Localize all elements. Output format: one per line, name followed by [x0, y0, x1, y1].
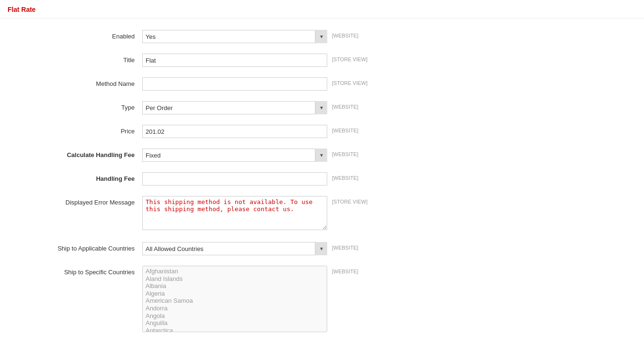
label-type-field: Type — [0, 101, 142, 111]
price-field[interactable] — [142, 125, 327, 138]
displayed-error-message-field[interactable]: This shipping method is not available. T… — [142, 196, 327, 232]
ship-to-applicable-countries-field[interactable]: All Allowed CountriesSpecific Countries — [142, 242, 327, 255]
enabled-field[interactable]: YesNo — [142, 30, 327, 43]
form-row-title-field: Title[STORE VIEW] — [0, 52, 644, 69]
form-row-ship-to-specific-countries-field: Ship to Specific CountriesAfghanistanAla… — [0, 264, 644, 334]
form-row-calculate-handling-fee-field: Calculate Handling FeeFixedPercent[WEBSI… — [0, 147, 644, 164]
form-row-ship-to-applicable-countries-field: Ship to Applicable CountriesAll Allowed … — [0, 240, 644, 257]
form-row-type-field: TypePer OrderPer Item[WEBSITE] — [0, 99, 644, 116]
scope-label-type-field: [WEBSITE] — [327, 101, 359, 110]
form-row-price-field: Price[WEBSITE] — [0, 123, 644, 140]
label-ship-to-specific-countries-field: Ship to Specific Countries — [0, 266, 142, 276]
label-method-name-field: Method Name — [0, 77, 142, 87]
label-handling-fee-field: Handling Fee — [0, 172, 142, 182]
form-row-handling-fee-field: Handling Fee[WEBSITE] — [0, 170, 644, 187]
type-field[interactable]: Per OrderPer Item — [142, 101, 327, 114]
label-enabled-field: Enabled — [0, 30, 142, 40]
type-field-select[interactable]: Per OrderPer Item — [142, 101, 327, 114]
method-name-field[interactable] — [142, 77, 327, 91]
scope-label-method-name-field: [STORE VIEW] — [327, 77, 368, 86]
title-field[interactable] — [142, 54, 327, 67]
scope-label-ship-to-applicable-countries-field: [WEBSITE] — [327, 242, 359, 251]
scope-label-calculate-handling-fee-field: [WEBSITE] — [327, 149, 359, 157]
scope-label-enabled-field: [WEBSITE] — [327, 30, 359, 38]
calculate-handling-fee-field-select[interactable]: FixedPercent — [142, 149, 327, 162]
page-title: Flat Rate — [0, 0, 644, 19]
label-price-field: Price — [0, 125, 142, 135]
form-row-enabled-field: EnabledYesNo[WEBSITE] — [0, 28, 644, 45]
scope-label-ship-to-specific-countries-field: [WEBSITE] — [327, 266, 359, 274]
label-ship-to-applicable-countries-field: Ship to Applicable Countries — [0, 242, 142, 252]
scope-label-price-field: [WEBSITE] — [327, 125, 359, 133]
scope-label-title-field: [STORE VIEW] — [327, 54, 368, 62]
label-title-field: Title — [0, 54, 142, 64]
label-calculate-handling-fee-field: Calculate Handling Fee — [0, 149, 142, 158]
form-row-method-name-field: Method Name[STORE VIEW] — [0, 75, 644, 93]
method-name-field-input[interactable] — [142, 77, 327, 91]
form-container: EnabledYesNo[WEBSITE]Title[STORE VIEW]Me… — [0, 19, 644, 350]
enabled-field-select[interactable]: YesNo — [142, 30, 327, 43]
handling-fee-field-input[interactable] — [142, 172, 327, 186]
handling-fee-field[interactable] — [142, 172, 327, 186]
price-field-input[interactable] — [142, 125, 327, 138]
form-row-displayed-error-message-field: Displayed Error MessageThis shipping met… — [0, 194, 644, 233]
calculate-handling-fee-field[interactable]: FixedPercent — [142, 149, 327, 162]
scope-label-handling-fee-field: [WEBSITE] — [327, 172, 359, 181]
displayed-error-message-field-textarea[interactable]: This shipping method is not available. T… — [142, 196, 327, 230]
title-field-input[interactable] — [142, 54, 327, 67]
label-displayed-error-message-field: Displayed Error Message — [0, 196, 142, 206]
ship-to-specific-countries-field-select[interactable]: AfghanistanAland IslandsAlbaniaAlgeriaAm… — [142, 266, 327, 332]
ship-to-specific-countries-field[interactable]: AfghanistanAland IslandsAlbaniaAlgeriaAm… — [142, 266, 327, 332]
ship-to-specific-countries-field-wrapper: AfghanistanAland IslandsAlbaniaAlgeriaAm… — [142, 266, 327, 332]
scope-label-displayed-error-message-field: [STORE VIEW] — [327, 196, 368, 205]
ship-to-applicable-countries-field-select[interactable]: All Allowed CountriesSpecific Countries — [142, 242, 327, 255]
